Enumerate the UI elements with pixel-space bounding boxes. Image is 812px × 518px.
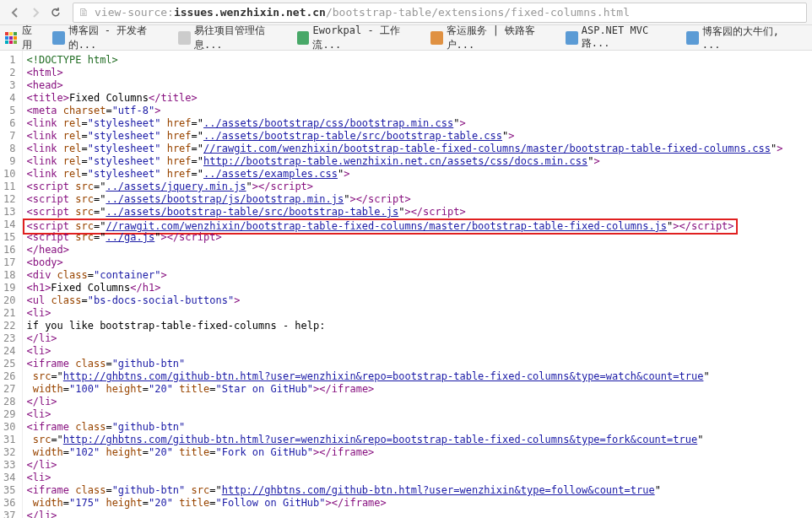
source-line: width="175" height="20" title="Follow on… (23, 497, 782, 510)
source-line: src="http://ghbtns.com/github-btn.html?u… (23, 434, 782, 446)
bookmark-favicon (430, 31, 442, 45)
source-line: <html> (23, 67, 782, 79)
bookmark-label: Eworkpal - 工作流... (312, 24, 417, 52)
source-line: </head> (23, 244, 782, 256)
source-line: <script src="//rawgit.com/wenzhixin/boot… (23, 219, 782, 231)
source-line: <meta charset="utf-8"> (23, 105, 782, 117)
source-line: <script src="../assets/bootstrap/js/boot… (23, 193, 782, 206)
bookmark-favicon (297, 31, 309, 45)
source-line: <h1>Fixed Columns</h1> (23, 282, 782, 294)
source-line: <link rel="stylesheet" href="//rawgit.co… (23, 143, 782, 155)
source-line: <li> (23, 307, 782, 320)
bookmark-label: 客运服务 | 铁路客户... (447, 24, 553, 52)
bookmark-favicon (566, 31, 577, 45)
source-line: <ul class="bs-docs-social-buttons"> (23, 294, 782, 307)
source-line: <!DOCTYPE html> (23, 54, 782, 67)
bookmark-label: 博客园的大牛们, ... (702, 24, 793, 51)
source-line: </li> (23, 332, 782, 345)
bookmark-favicon (178, 31, 190, 45)
bookmark-label: 博客园 - 开发者的... (68, 24, 165, 52)
source-line: <link rel="stylesheet" href="../assets/e… (23, 168, 782, 181)
source-line: width="100" height="20" title="Star on G… (23, 383, 782, 396)
file-icon: 🗎 (78, 6, 89, 19)
bookmark-item[interactable]: 博客园的大牛们, ... (686, 24, 793, 52)
source-line: <link rel="stylesheet" href="../assets/b… (23, 130, 782, 143)
source-line: <script src="../assets/jquery.min.js"></… (23, 181, 782, 193)
source-line: if you like bootstrap-table-fixed-column… (23, 320, 782, 332)
source-line: <li> (23, 408, 782, 421)
source-line: <iframe class="github-btn" (23, 421, 782, 434)
source-line: src="http://ghbtns.com/github-btn.html?u… (23, 370, 782, 383)
browser-toolbar: 🗎 view-source:issues.wenzhixin.net.cn/bo… (0, 0, 812, 25)
bookmark-item[interactable]: Eworkpal - 工作流... (297, 24, 417, 52)
url-host: issues.wenzhixin.net.cn (174, 6, 326, 19)
source-line: </li> (23, 396, 782, 408)
bookmark-label: 易往项目管理信息... (194, 24, 284, 52)
nav-back-button[interactable] (5, 3, 25, 23)
source-line: <body> (23, 256, 782, 269)
bookmark-item[interactable]: ASP.NET MVC 路... (566, 24, 673, 52)
bookmark-label: ASP.NET MVC 路... (582, 24, 674, 51)
source-line: <script src="../assets/bootstrap-table/s… (23, 206, 782, 219)
source-line: <link rel="stylesheet" href="http://boot… (23, 155, 782, 168)
source-line: <div class="container"> (23, 269, 782, 282)
source-view: 1234567891011121314151617181920212223242… (0, 51, 812, 518)
bookmark-favicon (52, 31, 64, 45)
source-code[interactable]: <!DOCTYPE html><html><head><title>Fixed … (23, 51, 782, 518)
bookmark-favicon (686, 31, 698, 45)
source-line: <li> (23, 472, 782, 484)
nav-forward-button[interactable] (25, 3, 46, 23)
source-line: <li> (23, 345, 782, 358)
apps-label: 应用 (22, 24, 39, 52)
address-bar[interactable]: 🗎 view-source:issues.wenzhixin.net.cn/bo… (73, 3, 807, 23)
apps-button[interactable]: 应用 (5, 24, 39, 52)
source-line: width="102" height="20" title="Fork on G… (23, 446, 782, 459)
url-path: /bootstrap-table/extensions/fixed-column… (326, 6, 630, 19)
url-prefix: view-source: (95, 6, 174, 19)
bookmark-item[interactable]: 博客园 - 开发者的... (52, 24, 165, 52)
source-line: <link rel="stylesheet" href="../assets/b… (23, 117, 782, 130)
source-line: <title>Fixed Columns</title> (23, 92, 782, 105)
source-line: <iframe class="github-btn" src="http://g… (23, 484, 782, 497)
reload-button[interactable] (46, 3, 66, 23)
apps-icon (5, 32, 17, 44)
source-line: </li> (23, 510, 782, 518)
bookmarks-bar: 应用 博客园 - 开发者的...易往项目管理信息...Eworkpal - 工作… (0, 25, 812, 51)
source-line: </li> (23, 459, 782, 472)
bookmark-item[interactable]: 客运服务 | 铁路客户... (430, 24, 552, 52)
source-line: <iframe class="github-btn" (23, 358, 782, 370)
bookmark-item[interactable]: 易往项目管理信息... (178, 24, 284, 52)
source-line: <head> (23, 79, 782, 92)
line-gutter: 1234567891011121314151617181920212223242… (0, 51, 23, 518)
